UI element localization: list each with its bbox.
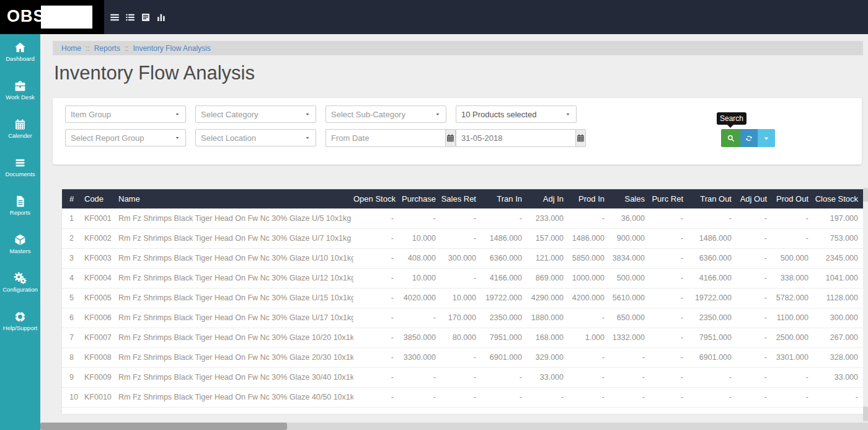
cell-purchase: -	[399, 367, 441, 387]
cell-purchase: 10.000	[399, 228, 441, 248]
topbar-search-input[interactable]	[41, 6, 92, 29]
column-header-sales: Sales	[609, 189, 650, 208]
column-header-prod-out: Prod Out	[772, 189, 813, 208]
select-select-report-group[interactable]: Select Report Group	[65, 129, 186, 146]
cell-purchase: 3300.000	[399, 347, 441, 367]
horizontal-scrollbar[interactable]	[40, 423, 868, 430]
search-button[interactable]	[721, 129, 740, 147]
calendar-icon	[14, 118, 27, 131]
cell-open-stock: -	[353, 308, 399, 328]
breadcrumb-link-reports[interactable]: Reports	[94, 44, 120, 53]
cell-close-stock: 1128.000	[813, 288, 863, 308]
cell-prod-out: -	[772, 387, 813, 407]
cell-tran-out: 19722.000	[688, 288, 737, 308]
select-value: Select Sub-Category	[331, 110, 405, 119]
sidebar-item-documents[interactable]: Documents	[0, 155, 40, 193]
cell-close-stock: 1041.000	[813, 268, 863, 288]
cell-sales: 5610.000	[609, 288, 650, 308]
cell-purchase: 10.000	[399, 268, 441, 288]
select-select-category[interactable]: Select Category	[195, 105, 316, 123]
column-header-purc-ret: Purc Ret	[650, 189, 688, 208]
briefcase-icon	[14, 79, 27, 92]
cell-name: Rm Fz Shrimps Black Tiger Head On Fw Nc …	[115, 328, 353, 347]
column-header-adj-out: Adj Out	[737, 189, 772, 208]
page-title: Inventory Flow Analysis	[54, 62, 255, 84]
cell-prod-out: -	[772, 208, 813, 228]
table-row: 7KF0007Rm Fz Shrimps Black Tiger Head On…	[62, 328, 863, 347]
caret-down-icon	[304, 111, 311, 117]
inventory-table-card: #CodeNameOpen StockPurchaseSales RetTran…	[62, 189, 863, 414]
cell-tran-in: -	[481, 387, 527, 407]
sidebar-item-work-desk[interactable]: Work Desk	[0, 78, 40, 116]
sidebar-item-calender[interactable]: Calender	[0, 116, 40, 155]
refresh-button[interactable]	[740, 129, 758, 147]
chart-icon[interactable]	[156, 12, 167, 23]
more-options-button[interactable]	[758, 129, 775, 147]
calendar-icon[interactable]	[445, 129, 456, 147]
sidebar-item-masters[interactable]: Masters	[0, 231, 40, 270]
select-select-sub-category[interactable]: Select Sub-Category	[326, 105, 446, 123]
file-icon	[14, 195, 27, 208]
sidebar-item-configuration[interactable]: Configuration	[0, 270, 40, 308]
sidebar-item-help-support[interactable]: Help/Support	[0, 308, 40, 347]
date-input-group	[326, 129, 446, 147]
select-item-group[interactable]: Item Group	[65, 105, 186, 123]
cell-code: KF0001	[81, 208, 115, 228]
table-header-row: #CodeNameOpen StockPurchaseSales RetTran…	[62, 189, 863, 208]
table-row: 1KF0001Rm Fz Shrimps Black Tiger Head On…	[62, 208, 863, 228]
cell-prod-in: -	[569, 387, 609, 407]
vertical-scrollbar-bottom[interactable]	[863, 406, 868, 421]
cell-close-stock: 267.000	[813, 328, 863, 347]
list-icon[interactable]	[125, 12, 136, 23]
cell-adj-in: 157.000	[527, 228, 569, 248]
sidebar-item-label: Work Desk	[6, 94, 34, 101]
breadcrumb-link-home[interactable]: Home	[61, 44, 81, 53]
cell-sales-ret: 170.000	[441, 308, 481, 328]
cell-purc-ret: -	[650, 268, 688, 288]
cell-row-number: 1	[62, 208, 81, 228]
cell-tran-in: 6901.000	[481, 347, 527, 367]
cell-adj-out: -	[737, 288, 772, 308]
sidebar-item-label: Help/Support	[3, 325, 37, 331]
column-header-open-stock: Open Stock	[353, 189, 399, 208]
sidebar-item-label: Documents	[5, 171, 35, 177]
cell-prod-in: 1486.000	[569, 228, 609, 248]
from-date-input[interactable]	[326, 129, 445, 147]
cell-prod-in: 1.000	[569, 328, 609, 347]
breadcrumb-link-inventory-flow-analysis[interactable]: Inventory Flow Analysis	[133, 44, 210, 53]
cell-tran-out: 6360.000	[688, 248, 737, 268]
cell-purc-ret: -	[650, 367, 688, 387]
column-header-purchase: Purchase	[399, 189, 441, 208]
bars-icon	[14, 156, 27, 169]
cell-row-number: 8	[62, 347, 81, 367]
home-icon	[14, 41, 27, 54]
vertical-scrollbar[interactable]	[863, 186, 868, 423]
cell-tran-out: -	[688, 208, 737, 228]
cell-purchase: 4020.000	[399, 288, 441, 308]
cell-row-number: 6	[62, 308, 81, 328]
select-select-location[interactable]: Select Location	[195, 129, 316, 146]
select-10-products-selected[interactable]: 10 Products selected	[456, 105, 577, 123]
to-date-input[interactable]	[456, 129, 575, 147]
sidebar-item-dashboard[interactable]: Dashboard	[0, 39, 40, 78]
menu-icon[interactable]	[109, 12, 120, 23]
cell-sales-ret: 10.000	[441, 288, 481, 308]
cell-name: Rm Fz Shrimps Black Tiger Head On Fw Nc …	[115, 387, 353, 407]
horizontal-scrollbar-thumb[interactable]	[40, 423, 287, 430]
vertical-scrollbar-thumb[interactable]	[863, 188, 868, 202]
cell-tran-out: -	[688, 387, 737, 407]
table-row: 8KF0008Rm Fz Shrimps Black Tiger Head On…	[62, 347, 863, 367]
cell-adj-in: 1880.000	[527, 308, 569, 328]
cell-prod-in: 5850.000	[569, 248, 609, 268]
news-icon[interactable]	[140, 12, 151, 23]
sidebar-item-reports[interactable]: Reports	[0, 193, 40, 231]
cell-tran-in: 2350.000	[481, 308, 527, 328]
cell-row-number: 10	[62, 387, 81, 407]
calendar-icon[interactable]	[575, 129, 586, 147]
cell-purc-ret: -	[650, 387, 688, 407]
cell-sales-ret: 80.000	[441, 328, 481, 347]
cell-tran-in: 19722.000	[481, 288, 527, 308]
select-value: Select Category	[201, 110, 259, 119]
cell-tran-out: 1486.000	[688, 228, 737, 248]
cell-purc-ret: -	[650, 288, 688, 308]
